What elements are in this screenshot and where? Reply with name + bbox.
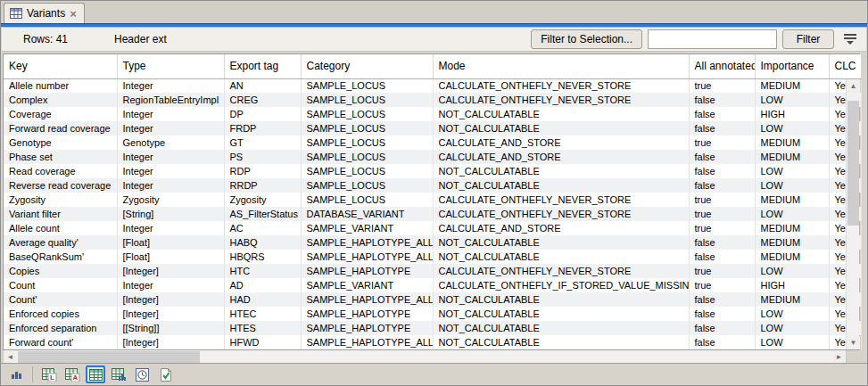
filter-button[interactable]: Filter — [782, 29, 834, 49]
cell: GT — [224, 136, 301, 150]
cell: Variant filter — [4, 207, 117, 221]
cell: MEDIUM — [755, 221, 829, 235]
toolbar-separator — [32, 366, 33, 382]
table-row[interactable]: BaseQRankSum'[Float]HBQRSSAMPLE_HAPLOTYP… — [4, 250, 861, 264]
attributes-table: KeyTypeExport tagCategoryModeAll annotat… — [4, 54, 862, 349]
table-chart-view-icon[interactable] — [109, 365, 128, 383]
cell: AC — [224, 221, 301, 235]
cell: true — [689, 264, 755, 278]
table-view-icon[interactable] — [86, 365, 105, 383]
table-row[interactable]: Allele countIntegerACSAMPLE_VARIANTCALCU… — [4, 221, 861, 235]
cell: Reverse read coverage — [4, 178, 117, 193]
column-header-importance[interactable]: Importance — [755, 54, 829, 78]
cell: SAMPLE_HAPLOTYPE — [301, 307, 433, 321]
horizontal-scrollbar-thumb[interactable] — [18, 351, 200, 363]
cell: LOW — [755, 335, 829, 349]
column-header-type[interactable]: Type — [117, 54, 224, 78]
tab-variants[interactable]: Variants × — [4, 3, 85, 23]
table-row[interactable]: GenotypeGenotypeGTSAMPLE_LOCUSCALCULATE_… — [4, 136, 861, 150]
cell: MEDIUM — [755, 250, 829, 264]
cell: PS — [224, 150, 301, 164]
cell: BaseQRankSum' — [4, 250, 117, 264]
vertical-scrollbar-thumb[interactable] — [847, 101, 859, 226]
cell: Zygosity — [4, 193, 117, 207]
vertical-scrollbar[interactable]: ▲ ▼ — [846, 79, 859, 349]
scroll-left-icon[interactable]: ◄ — [4, 350, 17, 364]
cell: Count — [4, 278, 117, 292]
table-row[interactable]: Forward count'[Integer]HFWDSAMPLE_HAPLOT… — [4, 335, 861, 349]
cell: false — [689, 164, 755, 178]
table-area: KeyTypeExport tagCategoryModeAll annotat… — [3, 53, 860, 350]
cell: RRDP — [224, 178, 301, 193]
table-row[interactable]: CoverageIntegerDPSAMPLE_LOCUSNOT_CALCULA… — [4, 107, 861, 121]
cell: SAMPLE_LOCUS — [301, 107, 433, 121]
cell: NOT_CALCULATABLE — [433, 121, 689, 136]
cell: CALCULATE_ONTHEFLY_NEVER_STORE — [433, 193, 689, 207]
cell: SAMPLE_HAPLOTYPE_ALLELE — [301, 292, 433, 307]
row-count-label: Rows: 41 — [23, 33, 68, 45]
cell: Enforced separation — [4, 321, 117, 335]
filter-input[interactable] — [648, 29, 777, 49]
table-row[interactable]: Read coverageIntegerRDPSAMPLE_LOCUSNOT_C… — [4, 164, 861, 178]
cell: false — [689, 150, 755, 164]
cell: Integer — [117, 107, 224, 121]
close-icon[interactable]: × — [70, 8, 77, 20]
cell: HIGH — [755, 107, 829, 121]
cell: LOW — [755, 93, 829, 107]
cell: SAMPLE_HAPLOTYPE_ALLELE — [301, 235, 433, 250]
table-row[interactable]: Enforced copies[Integer]HTECSAMPLE_HAPLO… — [4, 307, 861, 321]
bar-chart-view-icon[interactable] — [6, 365, 26, 383]
column-header-clc[interactable]: CLC — [829, 54, 861, 78]
cell: DP — [224, 107, 301, 121]
cell: Average quality' — [4, 235, 117, 250]
column-header-key[interactable]: Key — [4, 54, 117, 78]
column-header-all-annotated[interactable]: All annotated — [689, 54, 755, 78]
cell: [String] — [117, 207, 224, 221]
table-row[interactable]: Average quality'[Float]HABQSAMPLE_HAPLOT… — [4, 235, 861, 250]
table-row[interactable]: Allele numberIntegerANSAMPLE_LOCUSCALCUL… — [4, 78, 861, 93]
scroll-right-icon[interactable]: ► — [832, 350, 846, 364]
table-header-row: KeyTypeExport tagCategoryModeAll annotat… — [4, 54, 861, 78]
history-clock-icon[interactable] — [132, 365, 152, 383]
table-row[interactable]: Variant filter[String]AS_FilterStatusDAT… — [4, 207, 861, 221]
table-row[interactable]: Forward read coverageIntegerFRDPSAMPLE_L… — [4, 121, 861, 136]
cell: SAMPLE_VARIANT — [301, 221, 433, 235]
scroll-up-icon[interactable]: ▲ — [847, 79, 860, 93]
cell: false — [689, 93, 755, 107]
cell: NOT_CALCULATABLE — [433, 335, 689, 349]
table-a-view-icon[interactable]: A — [62, 365, 82, 383]
scroll-down-icon[interactable]: ▼ — [847, 336, 860, 349]
cell: true — [689, 136, 755, 150]
table-l-view-icon[interactable]: L — [39, 365, 59, 383]
table-row[interactable]: CountIntegerADSAMPLE_VARIANTCALCULATE_ON… — [4, 278, 861, 292]
table-row[interactable]: Copies[Integer]HTCSAMPLE_HAPLOTYPECALCUL… — [4, 264, 861, 278]
filter-to-selection-button[interactable]: Filter to Selection... — [531, 29, 642, 49]
cell: NOT_CALCULATABLE — [433, 107, 689, 121]
cell: CALCULATE_ONTHEFLY_IF_STORED_VALUE_MISSI… — [433, 278, 689, 292]
table-row[interactable]: Count'[Integer]HADSAMPLE_HAPLOTYPE_ALLEL… — [4, 292, 861, 307]
cell: CREG — [224, 93, 301, 107]
cell: LOW — [755, 121, 829, 136]
cell: SAMPLE_HAPLOTYPE_ALLELE — [301, 250, 433, 264]
cell: SAMPLE_LOCUS — [301, 78, 433, 93]
cell: HBQRS — [224, 250, 301, 264]
cell: Copies — [4, 264, 117, 278]
cell: [Float] — [117, 235, 224, 250]
cell: CALCULATE_AND_STORE — [433, 221, 689, 235]
table-row[interactable]: ZygosityZygosityZygositySAMPLE_LOCUSCALC… — [4, 193, 861, 207]
svg-text:A: A — [72, 374, 78, 382]
table-row[interactable]: Reverse read coverageIntegerRRDPSAMPLE_L… — [4, 178, 861, 193]
column-header-mode[interactable]: Mode — [433, 54, 689, 78]
cell: CALCULATE_ONTHEFLY_NEVER_STORE — [433, 93, 689, 107]
cell: [Integer] — [117, 335, 224, 349]
advanced-filter-icon[interactable] — [841, 32, 859, 46]
cell: Integer — [117, 121, 224, 136]
cell: HTC — [224, 264, 301, 278]
element-info-icon[interactable] — [155, 365, 175, 383]
table-row[interactable]: Phase setIntegerPSSAMPLE_LOCUSCALCULATE_… — [4, 150, 861, 164]
cell: MEDIUM — [755, 193, 829, 207]
table-row[interactable]: Enforced separation[[String]]HTESSAMPLE_… — [4, 321, 861, 335]
table-row[interactable]: ComplexRegionTableEntryImplCREGSAMPLE_LO… — [4, 93, 861, 107]
column-header-category[interactable]: Category — [301, 54, 433, 78]
column-header-export-tag[interactable]: Export tag — [224, 54, 301, 78]
